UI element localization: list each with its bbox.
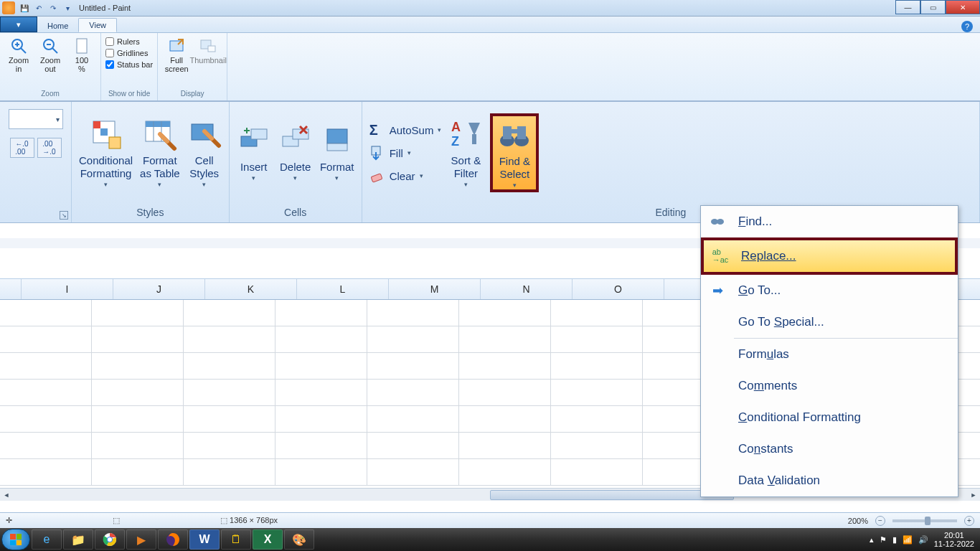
qat-redo-icon[interactable]: ↷ xyxy=(47,1,60,14)
show-hide-group: Rulers Gridlines Status bar Show or hide xyxy=(101,33,158,100)
qat-save-icon[interactable]: 💾 xyxy=(18,1,31,14)
menu-goto[interactable]: ➡ Go To... xyxy=(701,275,958,306)
cells-group: Insert▾ Delete▾ Format▾ Cells xyxy=(230,102,362,222)
taskbar-explorer-icon[interactable]: 📁 xyxy=(63,529,93,550)
format-table-icon xyxy=(143,117,177,151)
svg-rect-11 xyxy=(208,46,215,52)
number-format-combo[interactable]: ▾ xyxy=(9,109,63,129)
thumbnail-button[interactable]: Thumbnail xyxy=(194,34,222,65)
col-header[interactable]: M xyxy=(389,279,481,299)
number-group: ▾ ←.0.00 .00→.0 .↘ xyxy=(0,102,72,222)
svg-rect-28 xyxy=(371,174,382,182)
zoom-slider[interactable] xyxy=(892,519,957,522)
gridlines-checkbox[interactable]: Gridlines xyxy=(105,49,153,57)
maximize-button[interactable]: ▭ xyxy=(920,0,946,14)
minimize-button[interactable]: — xyxy=(895,0,920,14)
col-header[interactable]: L xyxy=(297,279,389,299)
menu-data-val-label: alidation xyxy=(775,474,820,487)
rulers-checkbox[interactable]: Rulers xyxy=(105,37,153,46)
styles-group: Conditional Formatting▾ Format as Table▾… xyxy=(72,102,230,222)
scroll-right-icon[interactable]: ► xyxy=(967,489,980,501)
sort-filter-icon: AZ xyxy=(448,117,483,151)
system-tray: ▴ ⚑ ▮ 📶 🔊 20:01 11-12-2022 xyxy=(870,531,979,548)
menu-replace[interactable]: ab→ac Replace... xyxy=(704,240,955,272)
menu-constants[interactable]: Constants xyxy=(701,433,958,465)
tray-up-icon[interactable]: ▴ xyxy=(870,535,874,545)
excel-ribbon-fragment: ▾ ←.0.00 .00→.0 .↘ Conditional Formattin… xyxy=(0,101,980,223)
svg-point-41 xyxy=(108,537,112,542)
clear-button[interactable]: Clear▾ xyxy=(369,168,442,184)
find-menu-icon xyxy=(710,214,725,230)
col-header[interactable]: N xyxy=(481,279,573,299)
format-cells-icon xyxy=(320,123,354,158)
cell-styles-button[interactable]: Cell Styles▾ xyxy=(187,117,222,189)
menu-formulas[interactable]: Formulas xyxy=(701,339,958,370)
fill-button[interactable]: Fill▾ xyxy=(369,145,442,161)
menu-cond-fmt[interactable]: Conditional Formatting xyxy=(701,402,958,433)
tab-view[interactable]: View xyxy=(78,18,117,32)
taskbar-word-icon[interactable]: W xyxy=(189,529,220,550)
scroll-thumb[interactable] xyxy=(490,490,734,500)
menu-data-validation[interactable]: Data Validation xyxy=(701,465,958,496)
menu-find[interactable]: Find... xyxy=(701,206,958,237)
paint-file-menu[interactable]: ▾ xyxy=(0,17,37,32)
zoom-plus-button[interactable]: + xyxy=(964,516,974,526)
taskbar-firefox-icon[interactable] xyxy=(158,529,188,550)
fullscreen-button[interactable]: Full screen xyxy=(162,34,191,73)
fullscreen-icon xyxy=(168,37,185,55)
start-button[interactable] xyxy=(1,529,30,550)
taskbar-excel-icon[interactable]: X xyxy=(253,529,283,550)
taskbar-ie-icon[interactable]: e xyxy=(32,529,62,550)
increase-decimal-button[interactable]: ←.0.00 xyxy=(10,138,34,158)
zoom-out-button[interactable]: Zoom out xyxy=(36,34,65,73)
statusbar-checkbox[interactable]: Status bar xyxy=(105,60,153,69)
zoom-in-icon xyxy=(10,37,27,55)
tray-volume-icon[interactable]: 🔊 xyxy=(918,535,928,545)
zoom-100-button[interactable]: 100 % xyxy=(67,34,96,73)
svg-rect-31 xyxy=(472,134,476,144)
svg-rect-7 xyxy=(77,39,87,53)
format-as-table-button[interactable]: Format as Table▾ xyxy=(140,117,180,189)
zoom-in-button[interactable]: Zoom in xyxy=(4,34,33,73)
decrease-decimal-button[interactable]: .00→.0 xyxy=(37,138,62,158)
sort-filter-button[interactable]: AZ Sort & Filter▾ xyxy=(448,117,483,189)
tray-battery-icon[interactable]: ▮ xyxy=(892,535,897,545)
menu-comments[interactable]: Comments xyxy=(701,370,958,402)
display-group: Full screen Thumbnail Display xyxy=(158,33,227,100)
page-icon xyxy=(73,37,90,55)
tray-network-icon[interactable]: 📶 xyxy=(903,535,913,545)
col-header[interactable]: O xyxy=(573,279,664,299)
col-header[interactable]: K xyxy=(205,279,297,299)
window-title: Untitled - Paint xyxy=(79,4,131,12)
number-launcher-icon[interactable]: ↘ xyxy=(60,211,68,220)
qat-customize-icon[interactable]: ▾ xyxy=(61,1,74,14)
menu-formulas-label: las xyxy=(773,347,789,361)
zoom-group-label: Zoom xyxy=(4,90,96,99)
taskbar-media-icon[interactable]: ▶ xyxy=(126,529,156,550)
find-select-button[interactable]: Find & Select▾ xyxy=(490,113,539,193)
tray-flag-icon[interactable]: ⚑ xyxy=(880,535,887,545)
conditional-formatting-button[interactable]: Conditional Formatting▾ xyxy=(79,117,133,189)
autosum-button[interactable]: Σ AutoSum▾ xyxy=(369,122,442,138)
delete-button[interactable]: Delete▾ xyxy=(278,123,313,182)
styles-label: Styles xyxy=(72,204,229,222)
qat-undo-icon[interactable]: ↶ xyxy=(32,1,45,14)
col-header[interactable]: I xyxy=(22,279,113,299)
help-icon[interactable]: ? xyxy=(961,21,973,32)
svg-point-38 xyxy=(717,219,724,225)
tab-home[interactable]: Home xyxy=(37,19,78,32)
taskbar-chrome-icon[interactable] xyxy=(95,529,125,550)
format-button[interactable]: Format▾ xyxy=(320,123,354,182)
taskbar-paint-icon[interactable]: 🎨 xyxy=(284,529,314,550)
col-header[interactable]: J xyxy=(113,279,205,299)
insert-cells-icon xyxy=(237,123,271,158)
insert-button[interactable]: Insert▾ xyxy=(237,123,271,182)
zoom-minus-button[interactable]: − xyxy=(875,516,885,526)
scroll-left-icon[interactable]: ◄ xyxy=(0,489,13,501)
menu-goto-special[interactable]: Go To Special... xyxy=(701,306,958,338)
close-button[interactable]: ✕ xyxy=(946,0,980,14)
svg-line-1 xyxy=(21,48,26,53)
taskbar-notes-icon[interactable]: 🗒 xyxy=(221,529,251,550)
display-label: Display xyxy=(162,90,222,99)
taskbar-clock[interactable]: 20:01 11-12-2022 xyxy=(934,531,974,548)
